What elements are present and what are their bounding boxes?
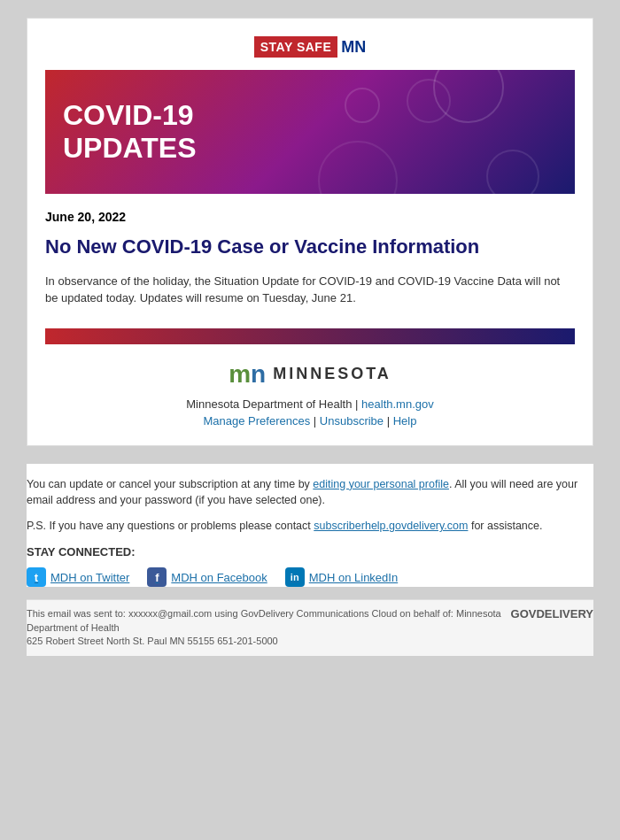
unsubscribe-link[interactable]: Unsubscribe [320, 414, 384, 428]
gradient-divider [45, 328, 575, 344]
help-link[interactable]: Help [393, 414, 417, 428]
article-title: No New COVID-19 Case or Vaccine Informat… [45, 235, 575, 260]
bottom-section: You can update or cancel your subscripti… [27, 464, 593, 588]
social-links-row: t MDH on Twitter f MDH on Facebook in MD… [27, 567, 593, 587]
dept-name: Minnesota Department of Health [186, 397, 352, 411]
header-logo-section: STAY SAFE MN [45, 36, 575, 58]
covid-banner-text: COVID-19 UPDATES [63, 99, 197, 165]
mn-footer-logo: mn MINNESOTA [45, 360, 575, 389]
stay-connected-label: STAY CONNECTED: [27, 543, 593, 561]
ps-paragraph: P.S. If you have any questions or proble… [27, 518, 593, 535]
linkedin-link[interactable]: in MDH on LinkedIn [285, 567, 398, 587]
facebook-icon: f [147, 567, 167, 587]
linkedin-label: MDH on LinkedIn [309, 569, 398, 587]
ps-text: P.S. If you have any questions or proble… [27, 520, 314, 532]
support-text2: for assistance. [468, 520, 542, 532]
mn-label: MN [337, 38, 366, 57]
pipe-separator-3: | [387, 414, 393, 428]
twitter-icon: t [27, 567, 46, 587]
manage-preferences-link[interactable]: Manage Preferences [204, 414, 311, 428]
support-link[interactable]: subscriberhelp.govdelivery.com [314, 520, 468, 532]
twitter-label: MDH on Twitter [50, 569, 129, 587]
stay-safe-label: STAY SAFE [254, 36, 338, 58]
facebook-label: MDH on Facebook [171, 569, 267, 587]
mn-m-logo: mn [229, 360, 266, 389]
footer-address: 625 Robert Street North St. Paul MN 5515… [27, 635, 511, 648]
editing-profile-link[interactable]: editing your personal profile [313, 478, 449, 490]
footer-email-text: This email was sent to: xxxxxx@gmail.com… [27, 607, 511, 648]
govdelivery-logo: GOVDELIVERY [511, 607, 593, 620]
covid-banner: COVID-19 UPDATES [45, 70, 575, 194]
footer-bar: This email was sent to: xxxxxx@gmail.com… [27, 599, 593, 655]
subscription-text-before: You can update or cancel your subscripti… [27, 478, 313, 490]
pipe-separator-2: | [314, 414, 320, 428]
mn-footer-links: Manage Preferences | Unsubscribe | Help [45, 414, 575, 428]
pipe-separator: | [355, 397, 361, 411]
mn-state-text: MINNESOTA [273, 365, 391, 383]
article-date: June 20, 2022 [45, 210, 575, 224]
stay-safe-badge: STAY SAFE MN [254, 36, 367, 58]
twitter-link[interactable]: t MDH on Twitter [27, 567, 129, 587]
govdelivery-label: GOVDELIVERY [511, 607, 593, 620]
linkedin-icon: in [285, 567, 305, 587]
article-body: In observance of the holiday, the Situat… [45, 273, 575, 307]
subscription-paragraph: You can update or cancel your subscripti… [27, 476, 593, 510]
footer-email-line: This email was sent to: xxxxxx@gmail.com… [27, 607, 511, 635]
facebook-link[interactable]: f MDH on Facebook [147, 567, 267, 587]
health-link[interactable]: health.mn.gov [361, 397, 434, 411]
mn-dept-text: Minnesota Department of Health | health.… [45, 397, 575, 411]
